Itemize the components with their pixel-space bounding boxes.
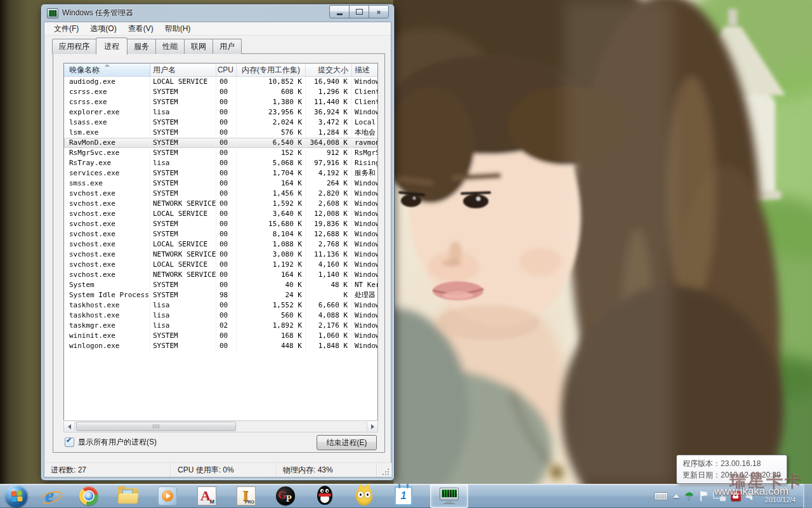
process-cell: 12,688 K: [306, 229, 352, 239]
task-manager-icon: [47, 8, 58, 18]
taskbar-item-qq[interactable]: [312, 485, 337, 507]
restore-button[interactable]: [349, 5, 369, 18]
taskbar-item-chrome[interactable]: [76, 485, 102, 507]
process-row[interactable]: lsm.exeSYSTEM00576 K1,284 K本地会: [64, 128, 377, 138]
tab-networking[interactable]: 联网: [184, 39, 213, 54]
tab-applications[interactable]: 应用程序: [52, 39, 96, 54]
tab-users[interactable]: 用户: [213, 39, 242, 54]
process-row[interactable]: svchost.exeLOCAL SERVICE001,192 K4,160 K…: [64, 260, 377, 270]
process-cell: 1,592 K: [237, 199, 306, 209]
process-cell: 3,080 K: [237, 250, 306, 260]
process-cell: 1,296 K: [306, 87, 352, 97]
resize-grip[interactable]: [383, 469, 389, 475]
tab-performance[interactable]: 性能: [155, 39, 185, 54]
rising-umbrella-icon[interactable]: ☂: [684, 491, 694, 502]
column-header-cpu[interactable]: CPU: [216, 64, 237, 76]
menu-file[interactable]: 文件(F): [48, 22, 84, 36]
process-row[interactable]: csrss.exeSYSTEM001,380 K11,440 KClient: [64, 97, 377, 107]
process-cell: 1,892 K: [237, 321, 306, 331]
column-header-description[interactable]: 描述: [352, 64, 377, 76]
rising-firewall-icon[interactable]: [731, 491, 741, 501]
process-cell: 1,088 K: [237, 239, 306, 250]
process-row[interactable]: RsMgrSvc.exeSYSTEM00152 K912 KRsMgrS: [64, 148, 377, 158]
tab-processes[interactable]: 进程: [96, 37, 128, 55]
process-cell: wininit.exe: [64, 331, 150, 341]
menu-help[interactable]: 帮助(H): [159, 22, 197, 36]
menu-options[interactable]: 选项(O): [84, 22, 122, 36]
process-cell: 168 K: [237, 331, 306, 341]
taskbar-item-guitar-pro[interactable]: GP: [273, 485, 298, 507]
process-cell: NETWORK SERVICE: [150, 250, 216, 260]
taskbar-item-task-manager-active[interactable]: [430, 484, 468, 508]
process-row[interactable]: System Idle ProcessSYSTEM9824 KK处理器: [64, 290, 377, 300]
process-cell: LOCAL SERVICE: [150, 77, 216, 87]
process-row[interactable]: svchost.exeSYSTEM001,456 K2,820 KWindow: [64, 189, 377, 199]
process-row[interactable]: taskhost.exelisa00560 K4,088 KWindow: [64, 311, 377, 321]
keyboard-tray-icon[interactable]: [654, 492, 668, 500]
process-row[interactable]: RsTray.exelisa005,068 K97,916 KRising: [64, 158, 377, 168]
scroll-left-button[interactable]: [64, 422, 75, 431]
show-hidden-icons-arrow[interactable]: [673, 494, 679, 498]
column-header-user[interactable]: 用户名: [150, 64, 216, 76]
process-row[interactable]: csrss.exeSYSTEM00608 K1,296 KClient: [64, 87, 377, 97]
start-button[interactable]: [5, 485, 28, 507]
process-row[interactable]: svchost.exeNETWORK SERVICE00164 K1,140 K…: [64, 270, 377, 280]
status-cpu-usage: CPU 使用率: 0%: [171, 463, 277, 477]
process-row[interactable]: svchost.exeNETWORK SERVICE001,592 K2,608…: [64, 199, 377, 209]
process-row[interactable]: svchost.exeSYSTEM008,104 K12,688 KWindow: [64, 229, 377, 239]
show-all-users-control[interactable]: 显示所有用户的进程(S): [65, 437, 157, 448]
screen: Windows 任务管理器 × 文件(F) 选项(O) 查看(V) 帮助(H) …: [0, 0, 812, 508]
tab-services[interactable]: 服务: [127, 39, 156, 54]
process-cell: 10,852 K: [237, 77, 306, 87]
process-row[interactable]: services.exeSYSTEM001,704 K4,192 K服务和: [64, 168, 377, 178]
process-cell: winlogon.exe: [64, 341, 150, 351]
taskbar-item-ipro[interactable]: IPRO: [233, 485, 259, 507]
scrollbar-thumb[interactable]: [76, 422, 236, 431]
process-row[interactable]: lsass.exeSYSTEM002,024 K3,472 KLocal: [64, 117, 377, 128]
close-button[interactable]: ×: [369, 5, 389, 18]
show-all-users-checkbox[interactable]: [65, 438, 74, 447]
wallpaper-photo: [393, 0, 812, 484]
process-row[interactable]: explorer.exelisa0023,956 K36,924 KWindow: [64, 107, 377, 117]
process-cell: svchost.exe: [64, 250, 150, 260]
process-cell: 2,768 K: [306, 239, 352, 250]
taskbar-item-wangwang[interactable]: [351, 485, 377, 507]
taskbar-item-explorer[interactable]: [115, 485, 141, 507]
network-tray-icon[interactable]: [713, 491, 726, 501]
process-row[interactable]: winlogon.exeSYSTEM00448 K1,848 KWindow: [64, 341, 377, 351]
process-row[interactable]: svchost.exeSYSTEM0015,680 K19,836 KWindo…: [64, 219, 377, 229]
horizontal-scrollbar[interactable]: [63, 420, 378, 432]
process-row[interactable]: svchost.exeNETWORK SERVICE003,080 K11,13…: [64, 250, 377, 260]
taskbar-item-media-player[interactable]: [155, 485, 180, 507]
process-cell: lisa: [150, 300, 216, 311]
process-cell: SYSTEM: [150, 189, 216, 199]
process-cell: 264 K: [306, 178, 352, 189]
process-row[interactable]: wininit.exeSYSTEM00168 K1,060 KWindow: [64, 331, 377, 341]
minimize-button[interactable]: [329, 5, 350, 18]
menu-view[interactable]: 查看(V): [122, 22, 159, 36]
taskbar-item-internet-explorer[interactable]: e: [37, 485, 62, 507]
taskbar-clock[interactable]: 3:33 2010/12/4: [759, 486, 802, 505]
process-cell: 164 K: [237, 270, 306, 280]
taskbar-item-autocad[interactable]: AM: [194, 485, 219, 507]
column-header-memory[interactable]: 内存(专用工作集): [237, 64, 306, 76]
action-center-flag-icon[interactable]: [699, 491, 708, 501]
process-row[interactable]: svchost.exeLOCAL SERVICE003,640 K12,008 …: [64, 209, 377, 219]
process-row[interactable]: taskmgr.exelisa021,892 K2,176 KWindow: [64, 321, 377, 331]
scroll-right-button[interactable]: [367, 422, 377, 431]
process-row[interactable]: SystemSYSTEM0040 K48 KNT Ker: [64, 280, 377, 290]
task-manager-window: Windows 任务管理器 × 文件(F) 选项(O) 查看(V) 帮助(H) …: [41, 4, 395, 481]
process-cell: lisa: [150, 158, 216, 168]
process-row[interactable]: taskhost.exelisa001,552 K6,660 KWindow: [64, 300, 377, 311]
column-header-commit[interactable]: 提交大小: [306, 64, 352, 76]
process-row[interactable]: RavMonD.exeSYSTEM006,540 K364,008 Kravmo…: [64, 138, 377, 148]
show-desktop-button[interactable]: [803, 484, 812, 508]
end-process-button[interactable]: 结束进程(E): [317, 435, 377, 450]
taskbar-item-calendar[interactable]: 1: [391, 485, 416, 507]
process-row[interactable]: audiodg.exeLOCAL SERVICE0010,852 K16,940…: [64, 77, 377, 87]
process-cell: 608 K: [237, 87, 306, 97]
process-row[interactable]: smss.exeSYSTEM00164 K264 KWindow: [64, 178, 377, 189]
volume-icon[interactable]: [746, 491, 756, 501]
column-header-image-name[interactable]: 映像名称: [64, 64, 150, 76]
process-row[interactable]: svchost.exeLOCAL SERVICE001,088 K2,768 K…: [64, 239, 377, 250]
